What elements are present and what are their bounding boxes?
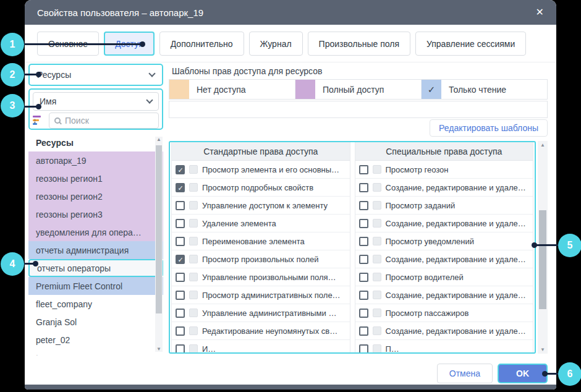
right-label: П…: [386, 344, 399, 353]
resource-list-item[interactable]: автопарк_19: [28, 151, 163, 169]
access-right-row[interactable]: Просмотр геозон: [355, 161, 533, 179]
access-right-row[interactable]: П…: [355, 340, 533, 352]
ok-button[interactable]: OK: [498, 364, 548, 383]
right-checkbox[interactable]: [176, 291, 185, 300]
sort-field-select[interactable]: Имя: [33, 92, 159, 111]
callout-dot-3: [36, 104, 41, 109]
scrollbar-thumb[interactable]: [156, 145, 162, 313]
access-right-row[interactable]: Создание, редактирование и удале…: [355, 322, 533, 340]
access-right-row[interactable]: Просмотр подробных свойств: [172, 179, 350, 197]
resource-list-item[interactable]: уведомления для опера…: [28, 223, 163, 241]
right-checkbox[interactable]: [359, 326, 368, 336]
dialog-titlebar: Свойства пользователя – автопарк_19 ✕: [25, 0, 556, 25]
access-template-item[interactable]: ✓ Только чтение: [422, 80, 547, 99]
rights-area: Стандартные права доступа Просмотр элеме…: [169, 141, 548, 354]
tab[interactable]: Управление сессиями: [415, 32, 526, 56]
right-secondary-checkbox: [189, 183, 198, 192]
access-right-row[interactable]: Просмотр заданий: [355, 197, 533, 215]
access-right-row[interactable]: Просмотр уведомлений: [355, 232, 533, 250]
right-checkbox[interactable]: [359, 183, 368, 192]
right-checkbox[interactable]: [176, 183, 185, 192]
right-checkbox[interactable]: [359, 165, 368, 174]
resource-list-item[interactable]: геозоны регион3: [28, 205, 163, 223]
resource-list-item[interactable]: отчеты администрация: [28, 241, 163, 259]
right-checkbox[interactable]: [359, 237, 368, 246]
right-label: Переименование элемента: [202, 237, 305, 246]
access-right-row[interactable]: Создание, редактирование и удале…: [355, 250, 533, 268]
right-secondary-checkbox: [189, 273, 198, 281]
right-checkbox[interactable]: [176, 219, 185, 228]
sort-field-value: Имя: [40, 96, 56, 106]
close-icon[interactable]: ✕: [536, 7, 544, 17]
right-checkbox[interactable]: [176, 273, 185, 282]
access-right-row[interactable]: Удаление элемента: [172, 215, 350, 232]
right-checkbox[interactable]: [176, 326, 185, 336]
access-right-row[interactable]: И…: [172, 340, 350, 352]
access-right-row[interactable]: Просмотр произвольных полей: [172, 250, 350, 268]
access-right-row[interactable]: Просмотр элемента и его основны…: [172, 161, 350, 179]
access-right-row[interactable]: Просмотр пассажиров: [355, 304, 533, 322]
right-checkbox[interactable]: [359, 344, 368, 353]
access-right-row[interactable]: Управление доступом к элементу: [172, 197, 350, 215]
edit-templates-button[interactable]: Редактировать шаблоны: [430, 119, 548, 137]
right-label: Редактирование неупомянутых св…: [202, 326, 337, 336]
right-secondary-checkbox: [189, 326, 198, 335]
tab[interactable]: Дополнительно: [159, 32, 244, 56]
resource-list-item[interactable]: отчеты операторы: [28, 259, 163, 277]
access-right-row[interactable]: Управление произвольными поля…: [172, 268, 350, 286]
resource-list-item[interactable]: геозоны регион2: [28, 187, 163, 205]
sort-order-icon[interactable]: ↓: [33, 115, 46, 126]
tab[interactable]: Произвольные поля: [308, 32, 410, 56]
right-checkbox[interactable]: [176, 237, 185, 246]
resource-type-select[interactable]: Ресурсы: [28, 64, 163, 86]
right-checkbox[interactable]: [359, 273, 368, 282]
scroll-down-icon[interactable]: ▼: [155, 346, 163, 352]
resource-list-item[interactable]: fleet_company: [28, 295, 163, 313]
cancel-button[interactable]: Отмена: [437, 364, 493, 383]
scroll-down-icon[interactable]: ▼: [538, 347, 548, 352]
access-template-label: Нет доступа: [189, 85, 246, 95]
access-right-row[interactable]: Управление административными …: [172, 304, 350, 322]
right-checkbox[interactable]: [359, 201, 368, 210]
special-rights-column: Специальные права доступа Просмотр геозо…: [355, 142, 534, 352]
access-template-item[interactable]: Полный доступ: [295, 80, 422, 99]
rights-scrollbar[interactable]: ▲ ▼: [538, 141, 548, 354]
access-right-row[interactable]: Просмотр водителей: [355, 268, 533, 286]
resource-list-scrollbar[interactable]: ▲ ▼: [155, 137, 163, 352]
special-rights-header: Специальные права доступа: [355, 142, 533, 161]
right-secondary-checkbox: [373, 291, 381, 299]
scrollbar-thumb[interactable]: [539, 210, 546, 309]
access-right-row[interactable]: Просмотр административных поле…: [172, 286, 350, 304]
access-right-row[interactable]: Редактирование неупомянутых св…: [172, 322, 350, 340]
right-checkbox[interactable]: [176, 309, 185, 318]
resource-list-item[interactable]: Granja Sol: [28, 313, 163, 331]
scroll-up-icon[interactable]: ▲: [538, 142, 548, 148]
callout-dot-5: [532, 242, 537, 248]
right-checkbox[interactable]: [176, 344, 185, 353]
right-checkbox[interactable]: [176, 165, 185, 174]
resource-list-item[interactable]: геозоны регион1: [28, 169, 163, 187]
access-right-row[interactable]: Переименование элемента: [172, 232, 350, 250]
right-label: Просмотр водителей: [386, 273, 464, 282]
resource-list-item[interactable]: peter_02: [28, 331, 163, 349]
right-checkbox[interactable]: [176, 201, 185, 210]
right-checkbox[interactable]: [359, 255, 368, 264]
right-checkbox[interactable]: [359, 291, 368, 300]
access-right-row[interactable]: Создание, редактирование и удале…: [355, 215, 533, 232]
scroll-up-icon[interactable]: ▲: [155, 137, 163, 142]
tab[interactable]: Журнал: [249, 32, 303, 56]
resource-list-item[interactable]: tracy: [28, 349, 163, 356]
right-secondary-checkbox: [189, 309, 198, 317]
access-templates-bar: Нет доступа Полный доступ ✓ Только чтени…: [169, 79, 548, 100]
access-right-row[interactable]: Создание, редактирование и удале…: [355, 286, 533, 304]
tab-label: Дополнительно: [171, 39, 233, 49]
access-right-row[interactable]: Создание, редактирование и удале…: [355, 179, 533, 197]
callout-dot-4: [33, 261, 38, 266]
right-checkbox[interactable]: [359, 219, 368, 228]
right-checkbox[interactable]: [359, 309, 368, 318]
right-checkbox[interactable]: [176, 255, 185, 264]
access-template-item[interactable]: Нет доступа: [169, 80, 295, 99]
search-input[interactable]: Поиск: [49, 113, 159, 129]
templates-title: Шаблоны прав доступа для ресурсов: [172, 66, 322, 76]
resource-list-item[interactable]: Premium Fleet Control: [28, 277, 163, 295]
